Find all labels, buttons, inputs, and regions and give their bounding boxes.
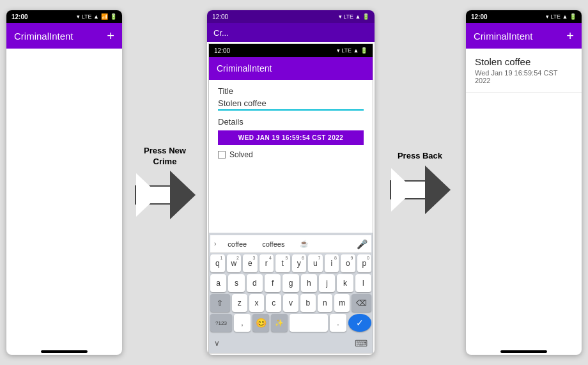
title-label: Title — [218, 86, 364, 96]
keyboard-suggestions: › coffee coffees ☕ 🎤 — [210, 235, 371, 253]
key-r[interactable]: r4 — [259, 254, 274, 272]
key-i[interactable]: i8 — [325, 254, 339, 272]
details-label: Details — [218, 117, 364, 127]
outer-status-bar: 12:00 ▾ LTE ▲ 🔋 — [207, 10, 375, 23]
app-title-3: CriminalIntent — [474, 31, 533, 42]
key-g[interactable]: g — [282, 274, 298, 292]
keyboard-rows: q1 w2 e3 r4 t5 y6 u7 i8 o9 p0 — [210, 253, 371, 335]
date-button[interactable]: WED JAN 19 16:59:54 CST 2022 — [218, 130, 364, 145]
key-d[interactable]: d — [247, 274, 263, 292]
key-emoji[interactable]: 😊 — [252, 314, 269, 332]
solved-row: Solved — [218, 150, 364, 159]
key-b[interactable]: b — [300, 294, 316, 312]
key-o[interactable]: o9 — [341, 254, 355, 272]
key-period[interactable]: . — [330, 314, 346, 332]
key-enter[interactable]: ✓ — [348, 314, 371, 332]
phone1-content — [6, 49, 122, 348]
keyboard-area[interactable]: › coffee coffees ☕ 🎤 q1 w2 e3 r4 — [209, 233, 373, 353]
keyboard-bottom: ∨ ⌨ — [210, 335, 371, 352]
arrow1-shape — [135, 171, 196, 219]
arrow1-label: Press NewCrime — [144, 146, 186, 167]
kb-keyboard-icon[interactable]: ⌨ — [355, 338, 368, 348]
arrow-new-crime: Press NewCrime — [127, 146, 203, 220]
status-bar-3: 12:00 ▾ LTE ▲ 🔋 — [466, 10, 582, 23]
key-z[interactable]: z — [232, 294, 247, 312]
key-f[interactable]: f — [265, 274, 281, 292]
title-input[interactable] — [218, 97, 364, 111]
inner-app-bar: CriminalIntent — [209, 57, 373, 80]
arrow-back: Press Back — [378, 151, 461, 214]
kb-chevron-icon[interactable]: ∨ — [214, 339, 220, 348]
inner-icons: ▾ LTE ▲ 🔋 — [337, 47, 368, 54]
key-m[interactable]: m — [334, 294, 350, 312]
key-k[interactable]: k — [337, 274, 353, 292]
key-h[interactable]: h — [301, 274, 317, 292]
key-p[interactable]: p0 — [357, 254, 372, 272]
status-icons-1: ▾ LTE ▲ 📶 🔋 — [77, 13, 117, 20]
suggestion-emoji[interactable]: ☕ — [293, 238, 315, 249]
arrow2-shape — [390, 166, 451, 214]
inner-time: 12:00 — [214, 47, 230, 54]
suggestion-coffees[interactable]: coffees — [256, 239, 291, 249]
outer-app-title: Cr... — [213, 28, 229, 38]
outer-time: 12:00 — [212, 13, 228, 20]
key-special[interactable]: ✨ — [271, 314, 288, 332]
key-e[interactable]: e3 — [243, 254, 258, 272]
chevron-icon: › — [214, 240, 216, 247]
list-item-title: Stolen coffee — [475, 56, 573, 67]
mic-icon[interactable]: 🎤 — [357, 239, 368, 249]
key-comma[interactable]: , — [234, 314, 251, 332]
key-c[interactable]: c — [266, 294, 281, 312]
key-row-3: ⇧ z x c v b n m ⌫ — [210, 294, 371, 312]
app-title-1: CriminalIntent — [14, 31, 74, 42]
solved-checkbox[interactable] — [218, 151, 226, 159]
phone3-content: Stolen coffee Wed Jan 19 16:59:54 CST 20… — [466, 49, 582, 348]
key-u[interactable]: u7 — [308, 254, 323, 272]
outer-icons: ▾ LTE ▲ 🔋 — [339, 13, 369, 20]
key-space[interactable] — [290, 314, 328, 332]
key-v[interactable]: v — [283, 294, 298, 312]
add-button-3[interactable]: + — [566, 29, 574, 43]
suggestion-coffee[interactable]: coffee — [221, 239, 253, 249]
list-item-stolen-coffee[interactable]: Stolen coffee Wed Jan 19 16:59:54 CST 20… — [466, 49, 582, 93]
key-row-1: q1 w2 e3 r4 t5 y6 u7 i8 o9 p0 — [210, 254, 371, 272]
key-x[interactable]: x — [249, 294, 265, 312]
key-j[interactable]: j — [319, 274, 335, 292]
time-3: 12:00 — [471, 13, 488, 20]
app-bar-1: CriminalIntent + — [6, 23, 122, 49]
key-q[interactable]: q1 — [210, 254, 225, 272]
key-t[interactable]: t5 — [275, 254, 290, 272]
key-n[interactable]: n — [318, 294, 333, 312]
nav-line-3 — [500, 350, 546, 353]
key-w[interactable]: w2 — [227, 254, 242, 272]
key-shift[interactable]: ⇧ — [210, 294, 230, 312]
key-row-2: a s d f g h j k l — [210, 274, 371, 292]
app-bar-3: CriminalIntent + — [466, 23, 582, 49]
key-num[interactable]: ?123 — [210, 314, 232, 332]
key-backspace[interactable]: ⌫ — [352, 294, 371, 312]
status-icons-3: ▾ LTE ▲ 🔋 — [546, 13, 576, 20]
key-l[interactable]: l — [355, 274, 371, 292]
inner-screen: 12:00 ▾ LTE ▲ 🔋 CriminalIntent Title Det… — [208, 43, 373, 353]
list-item-date: Wed Jan 19 16:59:54 CST 2022 — [475, 69, 573, 84]
nav-line-1 — [41, 350, 87, 353]
add-button-1[interactable]: + — [107, 29, 114, 43]
key-row-4: ?123 , 😊 ✨ . ✓ — [210, 314, 371, 332]
inner-status-bar: 12:00 ▾ LTE ▲ 🔋 — [209, 44, 373, 57]
crime-form: Title Details WED JAN 19 16:59:54 CST 20… — [209, 80, 373, 233]
outer-app-bar: Cr... — [207, 23, 375, 42]
arrow2-label: Press Back — [398, 151, 442, 162]
key-y[interactable]: y6 — [292, 254, 307, 272]
status-bar-1: 12:00 ▾ LTE ▲ 📶 🔋 — [6, 10, 122, 23]
inner-app-title: CriminalIntent — [217, 63, 272, 74]
key-a[interactable]: a — [210, 274, 226, 292]
time-1: 12:00 — [12, 13, 28, 20]
solved-label: Solved — [229, 150, 253, 159]
key-s[interactable]: s — [228, 274, 244, 292]
